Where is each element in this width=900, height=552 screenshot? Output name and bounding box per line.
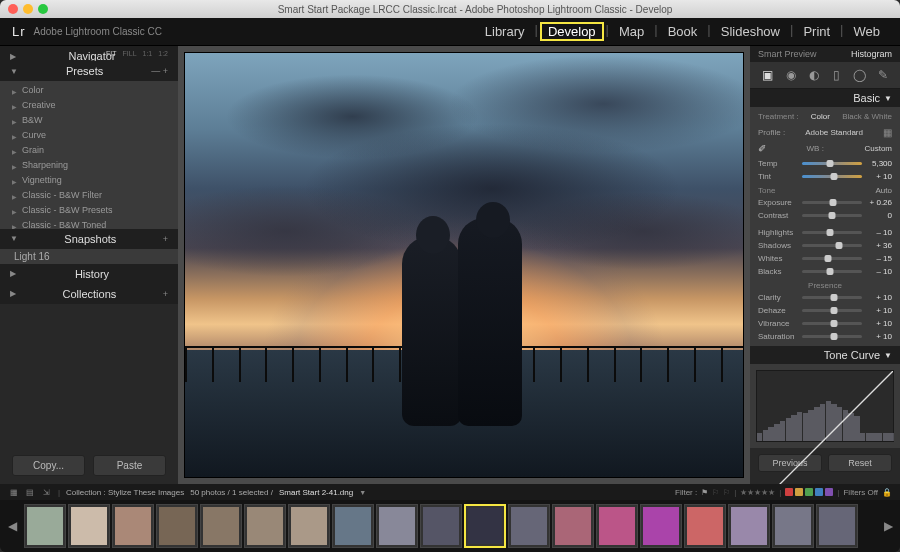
treatment-color[interactable]: Color xyxy=(811,112,830,121)
filter-color-chip[interactable] xyxy=(805,488,813,496)
module-book[interactable]: Book xyxy=(660,22,706,41)
filmstrip-thumbnail[interactable] xyxy=(464,504,506,548)
copy-button[interactable]: Copy... xyxy=(12,455,85,476)
slider-track[interactable] xyxy=(802,244,862,247)
filmstrip-thumbnail[interactable] xyxy=(156,504,198,548)
slider-track[interactable] xyxy=(802,162,862,165)
preset-group[interactable]: Classic - B&W Presets xyxy=(0,203,178,218)
filmstrip-prev-icon[interactable]: ◀ xyxy=(4,519,20,533)
filmstrip-thumbnail[interactable] xyxy=(244,504,286,548)
slider-track[interactable] xyxy=(802,322,862,325)
preset-group[interactable]: Classic - B&W Filter xyxy=(0,188,178,203)
filter-lock-icon[interactable]: 🔒 xyxy=(882,488,892,497)
preset-group[interactable]: B&W xyxy=(0,113,178,128)
photo-preview[interactable] xyxy=(184,52,744,478)
tone-curve-graph[interactable] xyxy=(756,370,894,442)
filmstrip-thumbnail[interactable] xyxy=(24,504,66,548)
slider-thumb[interactable] xyxy=(831,333,838,340)
flag-picked-icon[interactable]: ⚑ xyxy=(701,488,708,497)
slider-thumb[interactable] xyxy=(831,173,838,180)
minimize-window-button[interactable] xyxy=(23,4,33,14)
nav-zoom-fill[interactable]: FILL xyxy=(123,50,137,57)
slider-thumb[interactable] xyxy=(826,229,833,236)
module-map[interactable]: Map xyxy=(611,22,652,41)
histogram-label[interactable]: Histogram xyxy=(851,49,892,59)
gradient-tool-icon[interactable]: ▯ xyxy=(828,66,846,84)
slider-vibrance[interactable]: Vibrance+ 10 xyxy=(758,317,892,330)
slider-thumb[interactable] xyxy=(826,268,833,275)
slider-clarity[interactable]: Clarity+ 10 xyxy=(758,291,892,304)
slider-track[interactable] xyxy=(802,257,862,260)
slider-value[interactable]: – 15 xyxy=(866,254,892,263)
preset-group[interactable]: Creative xyxy=(0,98,178,113)
crop-tool-icon[interactable]: ▣ xyxy=(759,66,777,84)
snapshots-header[interactable]: ▼ Snapshots + xyxy=(0,229,178,249)
filmstrip-thumbnail[interactable] xyxy=(332,504,374,548)
redeye-tool-icon[interactable]: ◐ xyxy=(805,66,823,84)
slider-value[interactable]: + 10 xyxy=(866,306,892,315)
slider-thumb[interactable] xyxy=(831,320,838,327)
nav-zoom-1-1[interactable]: 1:1 xyxy=(143,50,153,57)
slider-value[interactable]: + 10 xyxy=(866,332,892,341)
preset-group[interactable]: Color xyxy=(0,83,178,98)
filmstrip-thumbnail[interactable] xyxy=(420,504,462,548)
filter-color-chip[interactable] xyxy=(785,488,793,496)
module-library[interactable]: Library xyxy=(477,22,533,41)
preset-group[interactable]: Curve xyxy=(0,128,178,143)
tone-auto-button[interactable]: Auto xyxy=(876,186,892,195)
wb-value[interactable]: Custom xyxy=(864,144,892,153)
presets-header[interactable]: ▼ Presets — + xyxy=(0,61,178,81)
profile-value[interactable]: Adobe Standard xyxy=(805,128,863,137)
filmstrip-thumbnail[interactable] xyxy=(376,504,418,548)
grid-view-icon[interactable]: ▦ xyxy=(8,487,20,497)
slider-highlights[interactable]: Highlights– 10 xyxy=(758,226,892,239)
slider-track[interactable] xyxy=(802,296,862,299)
flag-rejected-icon[interactable]: ⚐ xyxy=(723,488,730,497)
module-develop[interactable]: Develop xyxy=(540,22,604,41)
slider-value[interactable]: – 10 xyxy=(866,267,892,276)
treatment-bw[interactable]: Black & White xyxy=(842,112,892,121)
slider-whites[interactable]: Whites– 15 xyxy=(758,252,892,265)
paste-button[interactable]: Paste xyxy=(93,455,166,476)
history-header[interactable]: ▶ History xyxy=(0,264,178,284)
filmstrip-thumbnail[interactable] xyxy=(200,504,242,548)
filmstrip-thumbnail[interactable] xyxy=(112,504,154,548)
filmstrip-thumbnail[interactable] xyxy=(640,504,682,548)
module-print[interactable]: Print xyxy=(795,22,838,41)
slider-saturation[interactable]: Saturation+ 10 xyxy=(758,330,892,343)
slider-thumb[interactable] xyxy=(831,294,838,301)
slider-track[interactable] xyxy=(802,270,862,273)
resize-icon[interactable]: ⇲ xyxy=(40,487,52,497)
zoom-window-button[interactable] xyxy=(38,4,48,14)
compare-view-icon[interactable]: ▤ xyxy=(24,487,36,497)
slider-thumb[interactable] xyxy=(829,212,836,219)
slider-exposure[interactable]: Exposure+ 0.26 xyxy=(758,196,892,209)
brush-tool-icon[interactable]: ✎ xyxy=(874,66,892,84)
slider-value[interactable]: + 10 xyxy=(866,172,892,181)
filter-color-chip[interactable] xyxy=(825,488,833,496)
filters-off-label[interactable]: Filters Off xyxy=(843,488,878,497)
preset-group[interactable]: Sharpening xyxy=(0,158,178,173)
filmstrip-thumbnail[interactable] xyxy=(816,504,858,548)
preset-group[interactable]: Grain xyxy=(0,143,178,158)
slider-value[interactable]: + 36 xyxy=(866,241,892,250)
filter-color-chip[interactable] xyxy=(815,488,823,496)
slider-value[interactable]: – 10 xyxy=(866,228,892,237)
filter-color-chip[interactable] xyxy=(795,488,803,496)
eyedropper-icon[interactable]: ✐ xyxy=(758,143,766,154)
preset-group[interactable]: Vignetting xyxy=(0,173,178,188)
spot-tool-icon[interactable]: ◉ xyxy=(782,66,800,84)
slider-value[interactable]: 5,300 xyxy=(866,159,892,168)
slider-blacks[interactable]: Blacks– 10 xyxy=(758,265,892,278)
slider-shadows[interactable]: Shadows+ 36 xyxy=(758,239,892,252)
slider-thumb[interactable] xyxy=(826,160,833,167)
slider-track[interactable] xyxy=(802,201,862,204)
filmstrip-next-icon[interactable]: ▶ xyxy=(880,519,896,533)
filmstrip-thumbnail[interactable] xyxy=(68,504,110,548)
filmstrip-thumbnail[interactable] xyxy=(772,504,814,548)
rating-stars[interactable]: ★★★★★ xyxy=(740,488,775,497)
module-web[interactable]: Web xyxy=(846,22,889,41)
slider-track[interactable] xyxy=(802,309,862,312)
slider-track[interactable] xyxy=(802,335,862,338)
slider-value[interactable]: 0 xyxy=(866,211,892,220)
